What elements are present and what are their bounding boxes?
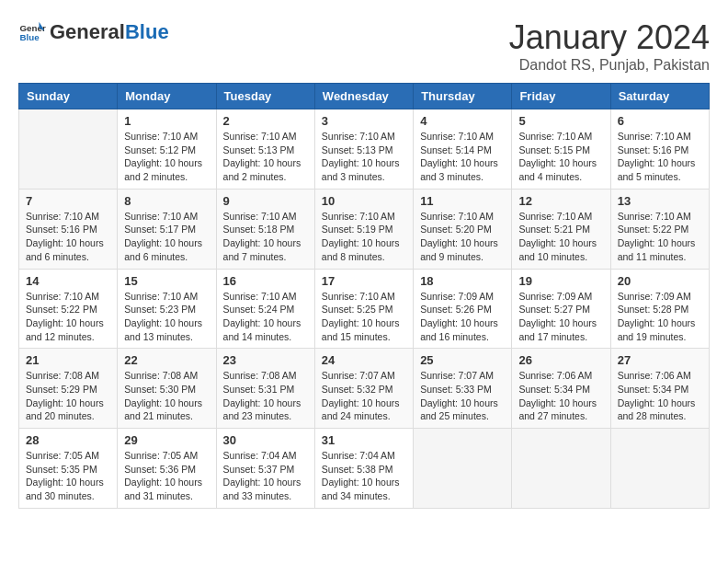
svg-text:Blue: Blue [20,32,40,42]
day-info: Sunrise: 7:08 AMSunset: 5:30 PMDaylight:… [124,369,209,423]
calendar-week-row: 21Sunrise: 7:08 AMSunset: 5:29 PMDayligh… [19,349,710,429]
weekday-header-thursday: Thursday [414,84,512,109]
day-info: Sunrise: 7:05 AMSunset: 5:36 PMDaylight:… [124,449,209,503]
calendar-cell: 29Sunrise: 7:05 AMSunset: 5:36 PMDayligh… [118,429,216,509]
day-number: 13 [618,194,702,208]
calendar-cell: 30Sunrise: 7:04 AMSunset: 5:37 PMDayligh… [216,429,314,509]
day-info: Sunrise: 7:10 AMSunset: 5:20 PMDaylight:… [420,210,505,264]
calendar-cell: 28Sunrise: 7:05 AMSunset: 5:35 PMDayligh… [19,429,118,509]
day-info: Sunrise: 7:07 AMSunset: 5:33 PMDaylight:… [420,369,505,423]
logo-general: General [50,20,125,43]
day-number: 15 [124,274,209,288]
day-number: 11 [420,194,505,208]
day-info: Sunrise: 7:06 AMSunset: 5:34 PMDaylight:… [618,369,702,423]
day-number: 21 [26,353,110,367]
calendar-cell: 11Sunrise: 7:10 AMSunset: 5:20 PMDayligh… [414,189,512,269]
logo: General Blue GeneralBlue [18,18,169,46]
calendar-cell: 12Sunrise: 7:10 AMSunset: 5:21 PMDayligh… [512,189,610,269]
day-info: Sunrise: 7:10 AMSunset: 5:25 PMDaylight:… [322,290,406,344]
day-number: 1 [124,114,209,128]
weekday-header-wednesday: Wednesday [314,84,413,109]
day-number: 9 [223,194,308,208]
day-number: 20 [618,274,702,288]
day-number: 31 [322,433,406,447]
day-info: Sunrise: 7:10 AMSunset: 5:13 PMDaylight:… [322,130,406,184]
calendar-cell: 13Sunrise: 7:10 AMSunset: 5:22 PMDayligh… [610,189,709,269]
day-info: Sunrise: 7:10 AMSunset: 5:15 PMDaylight:… [518,130,603,184]
weekday-header-sunday: Sunday [19,84,118,109]
logo-blue: Blue [125,20,169,43]
day-info: Sunrise: 7:07 AMSunset: 5:32 PMDaylight:… [322,369,406,423]
weekday-header-row: SundayMondayTuesdayWednesdayThursdayFrid… [19,84,710,109]
day-number: 24 [322,353,406,367]
calendar-cell: 22Sunrise: 7:08 AMSunset: 5:30 PMDayligh… [118,349,216,429]
calendar-week-row: 14Sunrise: 7:10 AMSunset: 5:22 PMDayligh… [19,269,710,349]
calendar-cell: 15Sunrise: 7:10 AMSunset: 5:23 PMDayligh… [118,269,216,349]
day-info: Sunrise: 7:04 AMSunset: 5:38 PMDaylight:… [322,449,406,503]
calendar-cell [610,429,709,509]
calendar-week-row: 7Sunrise: 7:10 AMSunset: 5:16 PMDaylight… [19,189,710,269]
calendar-cell: 3Sunrise: 7:10 AMSunset: 5:13 PMDaylight… [314,109,413,190]
calendar-table: SundayMondayTuesdayWednesdayThursdayFrid… [18,83,710,509]
calendar-cell: 10Sunrise: 7:10 AMSunset: 5:19 PMDayligh… [314,189,413,269]
logo-icon: General Blue [18,18,46,46]
day-number: 16 [223,274,308,288]
month-title: January 2024 [509,18,710,57]
calendar-cell: 24Sunrise: 7:07 AMSunset: 5:32 PMDayligh… [314,349,413,429]
day-info: Sunrise: 7:10 AMSunset: 5:22 PMDaylight:… [26,290,110,344]
calendar-cell: 21Sunrise: 7:08 AMSunset: 5:29 PMDayligh… [19,349,118,429]
calendar-cell: 6Sunrise: 7:10 AMSunset: 5:16 PMDaylight… [610,109,709,190]
day-info: Sunrise: 7:08 AMSunset: 5:29 PMDaylight:… [26,369,110,423]
day-info: Sunrise: 7:10 AMSunset: 5:16 PMDaylight:… [26,210,110,264]
location: Dandot RS, Punjab, Pakistan [509,57,710,74]
day-info: Sunrise: 7:10 AMSunset: 5:22 PMDaylight:… [618,210,702,264]
day-info: Sunrise: 7:10 AMSunset: 5:16 PMDaylight:… [618,130,702,184]
day-info: Sunrise: 7:09 AMSunset: 5:27 PMDaylight:… [518,290,603,344]
calendar-cell: 5Sunrise: 7:10 AMSunset: 5:15 PMDaylight… [512,109,610,190]
calendar-cell: 18Sunrise: 7:09 AMSunset: 5:26 PMDayligh… [414,269,512,349]
day-number: 23 [223,353,308,367]
day-number: 14 [26,274,110,288]
day-number: 26 [518,353,603,367]
calendar-cell [512,429,610,509]
calendar-cell [19,109,118,190]
calendar-week-row: 1Sunrise: 7:10 AMSunset: 5:12 PMDaylight… [19,109,710,190]
calendar-cell: 23Sunrise: 7:08 AMSunset: 5:31 PMDayligh… [216,349,314,429]
day-number: 4 [420,114,505,128]
day-number: 27 [618,353,702,367]
day-number: 6 [618,114,702,128]
day-number: 17 [322,274,406,288]
day-info: Sunrise: 7:10 AMSunset: 5:17 PMDaylight:… [124,210,209,264]
day-number: 18 [420,274,505,288]
calendar-cell: 9Sunrise: 7:10 AMSunset: 5:18 PMDaylight… [216,189,314,269]
calendar-cell: 8Sunrise: 7:10 AMSunset: 5:17 PMDaylight… [118,189,216,269]
day-number: 8 [124,194,209,208]
day-info: Sunrise: 7:10 AMSunset: 5:21 PMDaylight:… [518,210,603,264]
day-info: Sunrise: 7:08 AMSunset: 5:31 PMDaylight:… [223,369,308,423]
logo-text: GeneralBlue [50,21,169,43]
day-info: Sunrise: 7:10 AMSunset: 5:12 PMDaylight:… [124,130,209,184]
day-number: 29 [124,433,209,447]
calendar-cell: 1Sunrise: 7:10 AMSunset: 5:12 PMDaylight… [118,109,216,190]
calendar-week-row: 28Sunrise: 7:05 AMSunset: 5:35 PMDayligh… [19,429,710,509]
day-info: Sunrise: 7:10 AMSunset: 5:24 PMDaylight:… [223,290,308,344]
title-block: January 2024 Dandot RS, Punjab, Pakistan [509,18,710,74]
calendar-cell: 14Sunrise: 7:10 AMSunset: 5:22 PMDayligh… [19,269,118,349]
day-number: 3 [322,114,406,128]
day-info: Sunrise: 7:06 AMSunset: 5:34 PMDaylight:… [518,369,603,423]
day-number: 12 [518,194,603,208]
day-info: Sunrise: 7:10 AMSunset: 5:23 PMDaylight:… [124,290,209,344]
calendar-cell: 26Sunrise: 7:06 AMSunset: 5:34 PMDayligh… [512,349,610,429]
weekday-header-monday: Monday [118,84,216,109]
calendar-cell: 25Sunrise: 7:07 AMSunset: 5:33 PMDayligh… [414,349,512,429]
day-number: 7 [26,194,110,208]
day-info: Sunrise: 7:05 AMSunset: 5:35 PMDaylight:… [26,449,110,503]
day-number: 28 [26,433,110,447]
calendar-cell: 16Sunrise: 7:10 AMSunset: 5:24 PMDayligh… [216,269,314,349]
day-number: 30 [223,433,308,447]
calendar-cell: 4Sunrise: 7:10 AMSunset: 5:14 PMDaylight… [414,109,512,190]
weekday-header-saturday: Saturday [610,84,709,109]
day-info: Sunrise: 7:09 AMSunset: 5:26 PMDaylight:… [420,290,505,344]
calendar-cell: 27Sunrise: 7:06 AMSunset: 5:34 PMDayligh… [610,349,709,429]
calendar-cell: 2Sunrise: 7:10 AMSunset: 5:13 PMDaylight… [216,109,314,190]
